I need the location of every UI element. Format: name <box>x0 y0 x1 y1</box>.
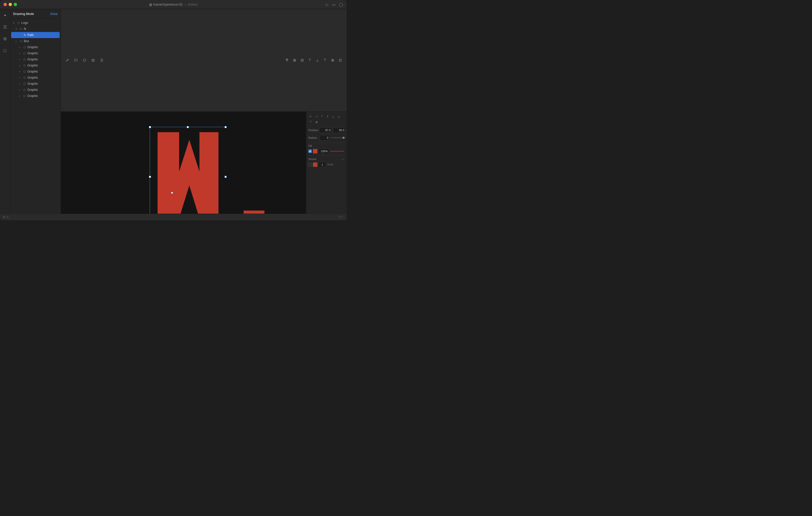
right-panel: ⊢ ⊣ ⊤ T ⊥ ≡ ⊤ ≣ Position Radius <box>306 112 347 214</box>
maximize-button[interactable] <box>14 3 17 6</box>
layer-icon-g2: ⬡ <box>23 52 26 55</box>
layer-icon-g5: ⬡ <box>23 70 26 73</box>
layer-item-graphic-6[interactable]: ▸ ⬡ Graphic <box>11 74 60 81</box>
layer-item-graphic-4[interactable]: ▸ ⬡ Graphic <box>11 62 60 68</box>
titlebar-controls: ▷ ▭ ◯ <box>326 3 343 7</box>
canvas-area[interactable] <box>61 112 306 214</box>
window-title: ▤ framerXperience-02 — Edited <box>149 3 197 6</box>
layer-icon-logo: ⬡ <box>17 21 20 25</box>
sidebar-icon-add[interactable]: ＋ <box>2 12 9 19</box>
stroke-width-input[interactable] <box>318 162 326 168</box>
layer-item-n[interactable]: ▾ ⬡ N <box>11 26 60 32</box>
fill-label: Fill <box>308 144 345 147</box>
handle-tl[interactable] <box>149 126 151 128</box>
layer-item-graphic-8[interactable]: ▸ ⬡ Graphic <box>11 87 60 93</box>
fill-opacity-slider[interactable] <box>330 151 345 151</box>
handle-mr[interactable] <box>225 176 227 178</box>
layer-icon-n: ⬡ <box>19 27 23 31</box>
expand-arrow-g4: ▸ <box>19 64 22 67</box>
layer-item-graphic-7[interactable]: ▸ ⬡ Graphic <box>11 81 60 87</box>
layer-item-graphic-2[interactable]: ▸ ⬡ Graphic <box>11 50 60 56</box>
rpt-align-center[interactable]: ⊣ <box>314 114 319 119</box>
layer-item-box[interactable]: ▸ ⬡ Box <box>11 38 60 44</box>
expand-arrow-g1: ▸ <box>19 46 22 49</box>
layer-panel-header: Drawing Mode Done <box>10 9 61 19</box>
layer-icon-g3: ⬡ <box>23 58 26 61</box>
star-tool[interactable] <box>90 57 96 63</box>
distribute-h-tool[interactable]: ⊟ <box>299 57 306 63</box>
expand-arrow-g9: ▸ <box>19 95 22 97</box>
layer-item-graphic-5[interactable]: ▸ ⬡ Graphic <box>11 68 60 74</box>
play-button[interactable]: ▷ <box>326 3 328 7</box>
rpt-align-right[interactable]: ⊤ <box>319 114 324 119</box>
device-button[interactable]: ▭ <box>332 3 336 7</box>
layer-item-logo[interactable]: ▾ ⬡ Logo <box>11 20 60 26</box>
fill-color-swatch[interactable] <box>313 149 317 153</box>
rpt-text[interactable]: T <box>325 114 330 119</box>
rectangle-tool[interactable] <box>72 57 79 63</box>
rpt-align-left[interactable]: ⊢ <box>308 114 313 119</box>
expand-arrow-g6: ▸ <box>19 77 22 79</box>
fill-opacity-input[interactable] <box>318 148 329 154</box>
stroke-checkbox[interactable] <box>308 163 312 166</box>
layer-label-g9: Graphic <box>27 94 38 98</box>
layer-icon-g7: ⬡ <box>23 82 26 86</box>
layer-icon-g9: ⬡ <box>23 94 26 98</box>
fill-checkbox[interactable] <box>308 149 312 153</box>
layer-item-graphic-9[interactable]: ▸ ⬡ Graphic <box>11 93 60 99</box>
layer-item-graphic-3[interactable]: ▸ ⬡ Graphic <box>11 56 60 62</box>
expand-arrow-g5: ▸ <box>19 70 22 73</box>
pen-tool[interactable] <box>64 57 70 63</box>
layer-label-n: N <box>24 27 26 31</box>
align-right-tool[interactable]: ⊞ <box>291 57 298 63</box>
stroke-options[interactable]: ... <box>342 163 345 166</box>
comment-button[interactable]: ◯ <box>339 3 343 7</box>
align-bottom-tool[interactable]: ⊤ <box>322 57 328 63</box>
radius-input[interactable] <box>319 135 329 141</box>
align-v-tool[interactable]: T <box>307 57 313 63</box>
distribute-v-tool[interactable]: ⊞ <box>329 57 336 63</box>
layer-label-box: Box <box>24 39 29 43</box>
n-graphic[interactable] <box>150 127 226 214</box>
sidebar-icon-menu[interactable]: ☰ <box>2 23 9 30</box>
stroke-color-swatch[interactable] <box>313 162 317 167</box>
rpt-align-mid[interactable]: ≡ <box>336 114 341 119</box>
fill-row <box>308 148 345 154</box>
layer-label-path: Path <box>27 33 34 37</box>
handle-tr[interactable] <box>225 126 227 128</box>
position-x-input[interactable] <box>319 127 332 133</box>
minimize-button[interactable] <box>9 3 12 6</box>
main-toolbar: ⇈ ⊞ ⊟ T ⊥ ⊤ ⊞ ⊡ <box>61 9 347 112</box>
close-button[interactable] <box>4 3 7 6</box>
statusbar-grid-icon: ⊞ <box>3 215 5 219</box>
layer-label-g7: Graphic <box>27 82 38 86</box>
handle-tc[interactable] <box>187 126 189 128</box>
layer-icon-g6: ⬡ <box>23 76 26 80</box>
expand-arrow-logo: ▾ <box>13 22 16 24</box>
distribute-equal-tool[interactable]: ⊡ <box>337 57 344 63</box>
position-label: Position <box>308 129 318 132</box>
sidebar-icon-assets[interactable]: ◻ <box>2 47 9 54</box>
expand-arrow-g8: ▸ <box>19 89 22 91</box>
bookmark-tool[interactable] <box>98 57 105 63</box>
handle-ml[interactable] <box>149 176 151 178</box>
align-left-tool[interactable]: ⇈ <box>284 57 290 63</box>
align-center-tool[interactable]: ⊥ <box>314 57 321 63</box>
layer-label-g8: Graphic <box>27 88 38 92</box>
circle-tool[interactable] <box>81 57 88 63</box>
stroke-minus[interactable]: — <box>342 157 345 161</box>
radius-slider[interactable] <box>331 138 345 138</box>
radius-label: Radius <box>308 136 318 139</box>
done-button[interactable]: Done <box>50 12 58 16</box>
layer-item-graphic-1[interactable]: ▸ ⬡ Graphic <box>11 44 60 50</box>
divider-2 <box>308 155 345 156</box>
layer-item-path[interactable]: ✎ Path <box>11 32 60 38</box>
rpt-distribute[interactable]: ≣ <box>314 120 319 125</box>
rpt-align-top[interactable]: ⊥ <box>331 114 336 119</box>
sidebar-icon-components[interactable]: ⊞ <box>2 35 9 42</box>
layer-label-g6: Graphic <box>27 76 38 80</box>
position-y-input[interactable] <box>333 127 346 133</box>
rpt-align-bottom[interactable]: ⊤ <box>308 120 313 125</box>
svg-rect-0 <box>75 59 77 61</box>
red-box[interactable] <box>243 211 264 214</box>
